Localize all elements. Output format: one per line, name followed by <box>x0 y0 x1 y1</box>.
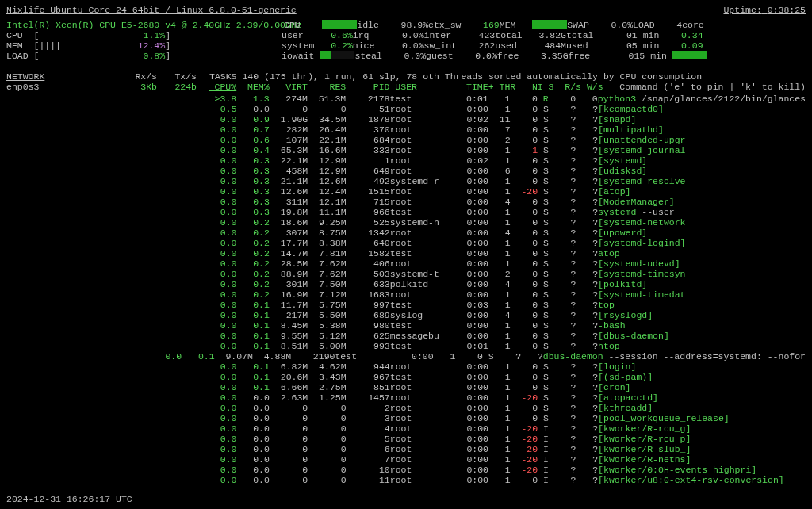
process-row[interactable]: 0.0 0.4 65.3M 16.6M 333 root 0:00 1 -1 S… <box>6 145 806 155</box>
process-row[interactable]: 0.0 0.0 0 0 5 root 0:00 1 -20 I ? ? [kwo… <box>6 434 806 444</box>
process-row[interactable]: 0.0 0.0 2.63M 1.25M 1457 root 0:00 1 -20… <box>6 392 806 403</box>
process-row[interactable]: 0.5 0.0 0 0 51 root 0:00 1 0 S ? ? [kcom… <box>6 104 806 114</box>
process-row[interactable]: 0.0 0.3 311M 12.1M 715 root 0:00 4 0 S ?… <box>6 197 806 207</box>
process-row[interactable]: 0.0 0.2 307M 8.75M 1342 root 0:00 4 0 S … <box>6 228 806 238</box>
network-title: NETWORK <box>6 71 117 82</box>
process-row[interactable]: 0.0 0.3 458M 12.9M 649 root 0:00 6 0 S ?… <box>6 166 806 176</box>
process-row[interactable]: 0.0 0.0 0 0 6 root 0:00 1 -20 I ? ? [kwo… <box>6 444 806 454</box>
process-row[interactable]: 0.0 0.1 9.55M 5.12M 625 messagebu 0:00 1… <box>6 331 806 341</box>
process-row[interactable]: 0.0 0.0 0 0 10 root 0:00 1 -20 I ? ? [kw… <box>6 465 806 475</box>
process-row[interactable]: 0.0 0.1 20.6M 3.43M 967 test 0:00 1 0 S … <box>6 372 806 382</box>
process-row[interactable]: 0.0 0.2 17.7M 8.38M 640 root 0:00 1 0 S … <box>6 238 806 248</box>
rx-header: Rx/s <box>117 71 157 82</box>
process-row[interactable]: 0.0 0.0 0 0 4 root 0:00 1 -20 I ? ? [kwo… <box>6 423 806 434</box>
process-row[interactable]: 0.0 0.1 9.07M 4.88M 2190 test 0:00 1 0 S… <box>6 351 806 362</box>
process-row[interactable]: >3.8 1.3 274M 51.3M 2178 test 0:01 1 0 R… <box>6 94 806 104</box>
process-row[interactable]: 0.0 0.0 0 0 3 root 0:00 1 0 S ? ? [pool_… <box>6 413 806 423</box>
uptime: Uptime: 0:38:25 <box>723 5 806 15</box>
process-row[interactable]: 0.0 0.2 16.9M 7.12M 1683 root 0:00 1 0 S… <box>6 289 806 300</box>
tx-header: Tx/s <box>157 71 197 82</box>
process-row[interactable]: 0.0 0.0 0 0 11 root 0:00 1 0 I ? ? [kwor… <box>6 475 806 485</box>
tasks-summary: TASKS 140 (175 thr), 1 run, 61 slp, 78 o… <box>209 71 702 82</box>
process-row[interactable]: 0.0 0.3 19.8M 11.1M 966 test 0:00 1 0 S … <box>6 207 806 217</box>
process-row[interactable]: 0.0 0.2 18.6M 9.25M 525 systemd-n 0:00 1… <box>6 217 806 228</box>
process-row[interactable]: 0.0 0.1 11.7M 5.75M 997 test 0:03 1 0 S … <box>6 300 806 310</box>
process-row[interactable]: 0.0 0.0 0 0 7 root 0:00 1 -20 I ? ? [kwo… <box>6 454 806 465</box>
process-row[interactable]: 0.0 0.7 282M 26.4M 370 root 0:00 7 0 S ?… <box>6 124 806 135</box>
process-headers: CPU% MEM% VIRT RES PID USER TIME+ THR NI… <box>209 82 806 92</box>
process-row[interactable]: 0.0 0.3 21.1M 12.6M 492 systemd-r 0:00 1… <box>6 176 806 186</box>
process-row[interactable]: 0.0 0.2 28.5M 7.62M 406 root 0:00 1 0 S … <box>6 258 806 269</box>
process-row[interactable]: 0.0 0.3 12.6M 12.4M 1515 root 0:00 1 -20… <box>6 186 806 197</box>
process-row[interactable]: 0.0 0.1 8.51M 5.00M 993 test 0:01 1 0 S … <box>6 341 806 351</box>
process-row[interactable]: 0.0 0.3 22.1M 12.9M 1 root 0:02 1 0 S ? … <box>6 155 806 166</box>
process-row[interactable]: 0.0 0.1 6.82M 4.62M 944 root 0:00 1 0 S … <box>6 362 806 372</box>
process-row[interactable]: 0.0 0.1 217M 5.50M 689 syslog 0:00 4 0 S… <box>6 310 806 320</box>
process-table[interactable]: >3.8 1.3 274M 51.3M 2178 test 0:01 1 0 R… <box>6 94 806 485</box>
process-row[interactable]: 0.0 0.6 107M 22.1M 684 root 0:00 2 0 S ?… <box>6 135 806 145</box>
process-row[interactable]: 0.0 0.2 14.7M 7.81M 1582 test 0:00 1 0 S… <box>6 248 806 258</box>
summary-block: CPU idle 98.9% ctx_sw 169 MEM SWAP 0.0% … <box>6 20 806 61</box>
process-row[interactable]: 0.0 0.1 6.66M 2.75M 851 root 0:00 1 0 S … <box>6 382 806 392</box>
process-row[interactable]: 0.0 0.0 0 0 2 root 0:00 1 0 S ? ? [kthre… <box>6 403 806 413</box>
footer-datetime: 2024-12-31 16:26:17 UTC <box>6 494 132 504</box>
process-row[interactable]: 0.0 0.2 301M 7.50M 633 polkitd 0:00 4 0 … <box>6 279 806 289</box>
header-bar: Nixlife Ubuntu Core 24 64bit / Linux 6.8… <box>6 5 806 15</box>
process-row[interactable]: 0.0 0.9 1.90G 34.5M 1878 root 0:02 11 0 … <box>6 114 806 124</box>
host-info: Nixlife Ubuntu Core 24 64bit / Linux 6.8… <box>6 5 297 15</box>
process-row[interactable]: 0.0 0.2 88.9M 7.62M 503 systemd-t 0:00 2… <box>6 269 806 279</box>
process-row[interactable]: 0.0 0.1 8.45M 5.38M 980 test 0:00 1 0 S … <box>6 320 806 331</box>
